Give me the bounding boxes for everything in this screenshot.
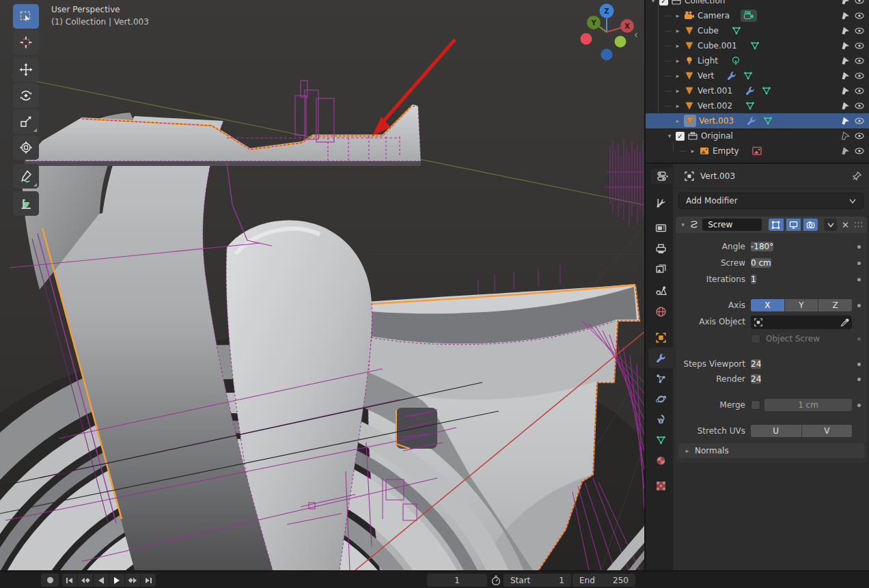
tab-constraints[interactable] <box>648 409 673 430</box>
render-steps-field[interactable]: 24 <box>751 374 761 384</box>
outliner-row-vert[interactable]: ▸ Vert <box>646 68 869 83</box>
play-button[interactable] <box>109 574 124 587</box>
jump-to-end-button[interactable] <box>141 574 156 587</box>
selectability-icon[interactable] <box>840 85 851 96</box>
animate-dot[interactable] <box>857 337 861 341</box>
outliner-row-empty[interactable]: ▸ Empty <box>646 143 869 158</box>
outliner-row-original[interactable]: ▾ ✓ Original <box>646 128 869 143</box>
modifier-delete-button[interactable]: ✕ <box>840 220 851 230</box>
editor-type-button[interactable] <box>651 169 674 184</box>
outliner-row-light[interactable]: ▸ Light <box>646 53 869 68</box>
tab-world[interactable] <box>648 301 673 322</box>
modifier-extras-button[interactable] <box>824 219 837 231</box>
expand-icon[interactable]: ▾ <box>666 132 673 139</box>
stopwatch-icon[interactable] <box>491 575 501 586</box>
gizmo-z-neg[interactable] <box>601 49 613 61</box>
visibility-eye-icon[interactable] <box>854 40 865 51</box>
expand-icon[interactable]: ▸ <box>674 42 681 49</box>
toggle-render-display[interactable] <box>803 219 818 231</box>
tab-object[interactable] <box>648 327 673 348</box>
animate-dot[interactable] <box>857 262 861 265</box>
selectability-icon[interactable] <box>840 115 851 126</box>
tab-object-data[interactable] <box>648 430 673 450</box>
axis-object-field[interactable] <box>751 316 852 329</box>
animate-dot[interactable] <box>857 363 861 366</box>
expand-icon[interactable]: ▸ <box>674 12 681 19</box>
animate-dot[interactable] <box>857 304 861 307</box>
outliner-row-cube001[interactable]: ▸ Cube.001 <box>646 38 869 53</box>
animate-dot[interactable] <box>857 245 861 249</box>
visibility-eye-icon[interactable] <box>854 100 865 111</box>
animate-dot[interactable] <box>857 378 861 381</box>
tab-material[interactable] <box>648 450 673 471</box>
outliner-row-cube[interactable]: ▸ Cube <box>646 23 869 38</box>
selectability-icon[interactable] <box>840 0 851 6</box>
expand-icon[interactable]: ▸ <box>674 102 681 109</box>
tab-render[interactable] <box>648 217 673 238</box>
selectability-icon[interactable] <box>840 130 851 141</box>
outliner-row-vert003[interactable]: ▸ Vert.003 <box>646 113 869 128</box>
tab-tool[interactable] <box>648 193 673 213</box>
visibility-eye-icon[interactable] <box>854 115 865 126</box>
axis-z-button[interactable]: Z <box>818 299 852 311</box>
outliner-row-collection[interactable]: ▾ ✓ Collection <box>646 0 869 8</box>
selectability-icon[interactable] <box>840 25 851 36</box>
selectability-icon[interactable] <box>840 40 851 51</box>
stretch-u-button[interactable]: U <box>751 425 801 437</box>
tool-rotate[interactable] <box>13 83 39 108</box>
visibility-eye-icon[interactable] <box>854 55 865 66</box>
selectability-icon[interactable] <box>840 10 851 21</box>
steps-viewport-field[interactable]: 24 <box>751 359 761 369</box>
expand-icon[interactable]: ▸ <box>674 27 681 34</box>
start-frame-field[interactable]: Start 1 <box>504 574 571 587</box>
expand-icon[interactable]: ▸ <box>674 72 681 79</box>
object-screw-checkbox[interactable] <box>751 334 760 344</box>
viewport-canvas[interactable]: Z Y X <box>0 0 644 570</box>
collection-checkbox[interactable]: ✓ <box>676 132 685 141</box>
angle-field[interactable]: -180° <box>751 242 773 251</box>
merge-threshold-field[interactable]: 1 cm <box>764 399 852 411</box>
tool-scale[interactable] <box>13 109 39 134</box>
selectability-icon[interactable] <box>840 100 851 111</box>
visibility-eye-icon[interactable] <box>854 85 865 96</box>
tab-modifiers[interactable] <box>648 348 673 368</box>
next-keyframe-button[interactable] <box>125 574 140 587</box>
visibility-eye-icon[interactable] <box>854 145 865 156</box>
collection-checkbox[interactable]: ✓ <box>659 0 668 5</box>
tab-output[interactable] <box>648 238 673 259</box>
expand-icon[interactable]: ▸ <box>674 57 681 64</box>
sidebar-toggle[interactable]: ‹ <box>634 29 638 41</box>
toggle-edit-mode-display[interactable] <box>769 219 783 231</box>
visibility-eye-icon[interactable] <box>854 0 865 6</box>
pin-icon[interactable] <box>852 171 862 181</box>
animate-dot[interactable] <box>857 278 861 281</box>
expand-icon[interactable]: ▾ <box>650 0 657 4</box>
tool-select-box[interactable] <box>13 4 39 29</box>
visibility-eye-icon[interactable] <box>854 70 865 81</box>
toggle-realtime-display[interactable] <box>786 219 801 231</box>
record-button[interactable] <box>41 574 59 587</box>
3d-viewport[interactable]: Z Y X User Perspective (1) Collection | … <box>0 0 644 570</box>
outliner-row-vert001[interactable]: ▸ Vert.001 <box>646 83 869 98</box>
tab-physics[interactable] <box>648 389 673 409</box>
tab-scene[interactable] <box>648 280 673 300</box>
modifier-name-field[interactable]: Screw <box>702 219 762 231</box>
expand-icon[interactable]: ▸ <box>674 87 681 94</box>
tool-measure[interactable] <box>13 191 39 216</box>
add-modifier-dropdown[interactable]: Add Modifier <box>678 193 864 209</box>
end-frame-field[interactable]: End 250 <box>573 574 635 587</box>
screw-field[interactable]: 0 cm <box>751 258 771 268</box>
jump-to-start-button[interactable] <box>62 574 77 587</box>
current-frame-field[interactable]: 1 <box>427 574 487 587</box>
visibility-eye-icon[interactable] <box>854 25 865 36</box>
selectability-icon[interactable] <box>840 145 851 156</box>
tab-texture[interactable] <box>648 475 673 496</box>
tab-particles[interactable] <box>648 368 673 389</box>
play-reverse-button[interactable] <box>94 574 109 587</box>
visibility-eye-icon[interactable] <box>854 10 865 21</box>
expand-icon[interactable]: ▸ <box>689 148 696 154</box>
animate-dot[interactable] <box>857 404 861 407</box>
tool-move[interactable] <box>13 57 39 82</box>
selectability-icon[interactable] <box>840 55 851 66</box>
gizmo-y-neg[interactable] <box>615 36 626 48</box>
